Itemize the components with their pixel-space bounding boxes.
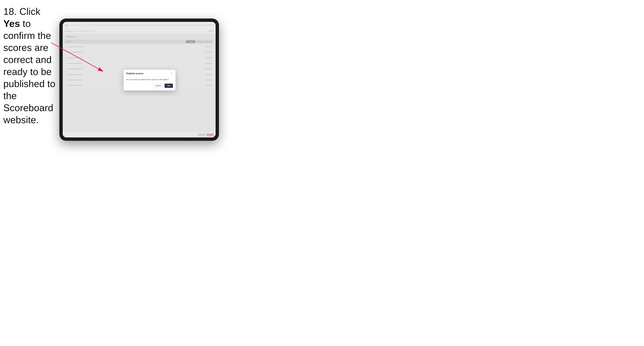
modal-actions: Cancel Yes	[126, 84, 173, 88]
publish-scores-dialog: Publish scores × Are you ready to publis…	[124, 70, 176, 90]
tablet-frame: Publish Publish scores	[59, 18, 219, 141]
modal-title: Publish scores	[126, 72, 143, 75]
instruction-part2: to confirm the scores are correct and re…	[3, 18, 55, 125]
instruction-bold: Yes	[3, 18, 20, 29]
modal-body: Are you ready to publish these scores to…	[124, 76, 176, 90]
step-number: 18.	[3, 6, 17, 17]
tablet-screen: Publish Publish scores	[63, 22, 216, 138]
modal-close-button[interactable]: ×	[170, 72, 173, 75]
yes-button[interactable]: Yes	[164, 84, 173, 88]
modal-message: Are you ready to publish these scores to…	[126, 78, 173, 81]
cancel-button[interactable]: Cancel	[153, 84, 164, 88]
instruction-text: 18. Click Yes to confirm the scores are …	[3, 5, 57, 126]
modal-header: Publish scores ×	[124, 70, 176, 76]
instruction-part1: Click	[17, 6, 40, 17]
